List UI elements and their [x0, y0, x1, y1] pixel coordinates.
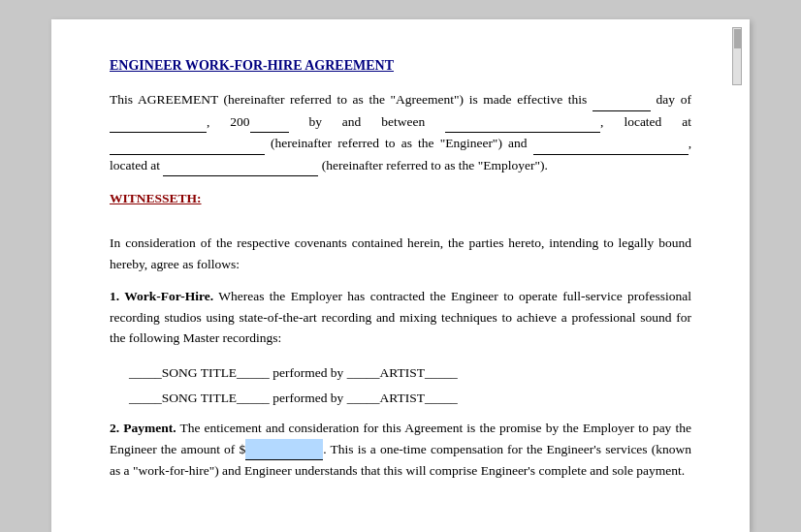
- witnesseth-label: WITNESSETH:: [110, 188, 202, 209]
- scrollbar[interactable]: [732, 27, 742, 85]
- section2-paragraph: 2. Payment. The enticement and considera…: [110, 418, 691, 482]
- song-line-2: _____SONG TITLE_____ performed by _____A…: [129, 386, 691, 411]
- intro-paragraph: This AGREEMENT (hereinafter referred to …: [110, 89, 691, 176]
- party1-name-field[interactable]: [445, 111, 600, 134]
- section1-paragraph: 1. Work-For-Hire. Whereas the Employer h…: [110, 286, 691, 349]
- section2-body: The enticement and consideration for thi…: [110, 421, 691, 478]
- day-field[interactable]: [110, 111, 207, 134]
- party2-address-field[interactable]: [163, 155, 318, 177]
- section1-label: 1. Work-For-Hire.: [110, 289, 213, 303]
- document-page: ENGINEER WORK-FOR-HIRE AGREEMENT This AG…: [51, 19, 750, 532]
- date-field[interactable]: [593, 89, 651, 111]
- year-field[interactable]: [250, 111, 289, 134]
- song-list: _____SONG TITLE_____ performed by _____A…: [129, 360, 691, 410]
- page-background: ENGINEER WORK-FOR-HIRE AGREEMENT This AG…: [0, 0, 801, 532]
- section2-label: 2. Payment.: [110, 421, 176, 435]
- song-line-1: _____SONG TITLE_____ performed by _____A…: [129, 360, 691, 386]
- payment-amount-field[interactable]: [245, 439, 323, 461]
- document-title: ENGINEER WORK-FOR-HIRE AGREEMENT: [110, 58, 691, 74]
- scroll-thumb[interactable]: [734, 29, 742, 48]
- party2-name-field[interactable]: [533, 133, 689, 155]
- witnesseth-section: WITNESSETH:: [110, 188, 691, 221]
- party1-address-field[interactable]: [110, 133, 265, 155]
- consideration-paragraph: In consideration of the respective coven…: [110, 233, 691, 274]
